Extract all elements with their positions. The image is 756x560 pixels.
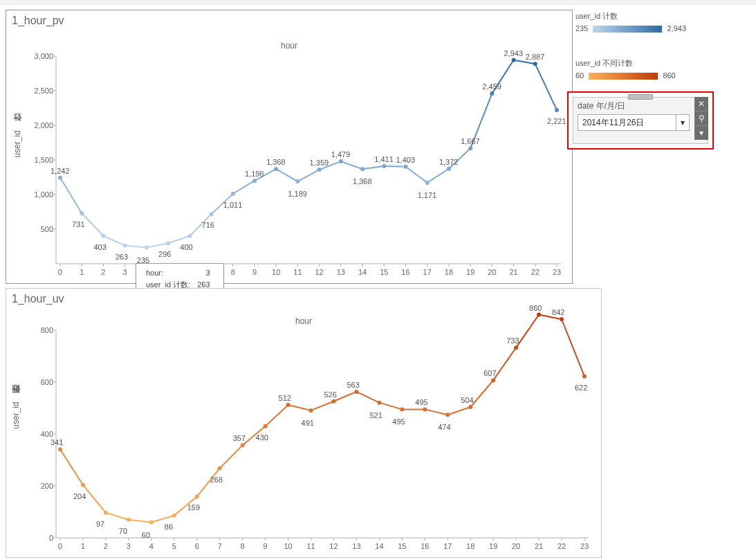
drag-handle-icon[interactable] bbox=[628, 94, 653, 100]
data-label: 622 bbox=[575, 383, 587, 392]
x-tick-label: 5 bbox=[165, 542, 183, 550]
x-tick-label: 13 bbox=[332, 268, 350, 276]
top-edge bbox=[0, 0, 756, 5]
x-tick-label: 12 bbox=[311, 268, 329, 276]
svg-point-144 bbox=[309, 408, 313, 413]
x-tick-label: 1 bbox=[74, 542, 92, 550]
legend-blue-gradient bbox=[593, 26, 662, 33]
x-tick-label: 2 bbox=[94, 268, 112, 276]
svg-line-46 bbox=[362, 166, 384, 169]
x-tick-label: 19 bbox=[484, 542, 502, 550]
data-label: 512 bbox=[279, 394, 291, 402]
data-label: 1,368 bbox=[353, 177, 372, 186]
svg-line-47 bbox=[384, 166, 405, 167]
svg-point-57 bbox=[101, 234, 105, 238]
data-label: 1,368 bbox=[266, 158, 286, 166]
x-tick-label: 0 bbox=[51, 542, 69, 550]
y-axis-title-pv: user_id 计数 bbox=[12, 128, 24, 158]
svg-point-72 bbox=[425, 181, 430, 185]
data-label: 1,667 bbox=[461, 137, 480, 145]
svg-line-130 bbox=[516, 315, 539, 348]
date-filter-panel: date 年/月/日 2014年11月26日 ▾ ✕ ⚲ ▾ bbox=[567, 91, 714, 150]
svg-point-145 bbox=[331, 399, 335, 404]
x-tick-label: 16 bbox=[396, 268, 414, 276]
svg-point-56 bbox=[80, 211, 84, 215]
svg-point-153 bbox=[514, 345, 518, 350]
svg-point-138 bbox=[172, 514, 176, 518]
svg-point-77 bbox=[533, 62, 537, 66]
caret-down-icon[interactable]: ▾ bbox=[694, 126, 708, 140]
data-label: 357 bbox=[233, 434, 246, 442]
data-label: 70 bbox=[119, 527, 127, 535]
data-label: 341 bbox=[50, 438, 63, 446]
data-label: 526 bbox=[324, 390, 336, 399]
svg-point-146 bbox=[354, 390, 358, 394]
svg-line-113 bbox=[129, 520, 151, 523]
svg-line-119 bbox=[266, 405, 288, 426]
data-label: 2,459 bbox=[482, 82, 501, 91]
x-tick-label: 9 bbox=[246, 268, 264, 276]
svg-point-133 bbox=[58, 447, 62, 451]
data-label: 1,372 bbox=[439, 158, 459, 166]
x-tick-label: 15 bbox=[393, 542, 411, 550]
x-tick-label: 22 bbox=[553, 542, 571, 550]
svg-point-76 bbox=[512, 58, 516, 62]
x-tick-label: 13 bbox=[347, 542, 365, 550]
x-tick-label: 21 bbox=[505, 268, 523, 276]
svg-point-136 bbox=[127, 518, 131, 522]
legend-blue-min: 235 bbox=[575, 24, 588, 33]
svg-line-35 bbox=[125, 246, 147, 248]
y-tick-label: 1,500 bbox=[30, 156, 53, 164]
svg-line-34 bbox=[103, 236, 125, 246]
x-tick-label: 21 bbox=[530, 542, 548, 550]
data-label: 842 bbox=[552, 308, 564, 316]
y-tick-label: 0 bbox=[30, 534, 53, 542]
tooltip-hour-label: hour: bbox=[143, 268, 193, 278]
svg-point-66 bbox=[295, 179, 299, 183]
data-label: 495 bbox=[392, 417, 405, 426]
svg-point-148 bbox=[400, 407, 404, 411]
y-tick-label: 2,000 bbox=[30, 121, 53, 129]
x-tick-label: 15 bbox=[375, 268, 393, 276]
svg-point-137 bbox=[149, 521, 154, 525]
plot-area-uv[interactable]: 0200400600800012345678910111213141516171… bbox=[56, 330, 589, 538]
data-label: 430 bbox=[256, 433, 268, 442]
data-label: 1,171 bbox=[418, 191, 437, 199]
x-tick-label: 18 bbox=[461, 542, 479, 550]
data-label: 1,189 bbox=[288, 190, 307, 198]
y-tick-label: 800 bbox=[30, 326, 53, 334]
svg-line-126 bbox=[425, 409, 448, 415]
data-label: 400 bbox=[180, 243, 192, 251]
svg-point-78 bbox=[555, 108, 559, 112]
svg-point-69 bbox=[360, 167, 365, 171]
pin-icon[interactable]: ⚲ bbox=[694, 111, 708, 126]
x-tick-label: 8 bbox=[234, 542, 252, 550]
x-tick-label: 12 bbox=[324, 542, 342, 550]
svg-point-65 bbox=[274, 167, 278, 171]
svg-point-64 bbox=[252, 179, 257, 183]
svg-point-150 bbox=[445, 413, 450, 417]
x-tick-label: 10 bbox=[279, 542, 297, 550]
svg-point-139 bbox=[195, 494, 199, 498]
plot-area-pv[interactable]: 5001,0001,5002,0002,5003,000012345678910… bbox=[56, 56, 561, 264]
x-tick-label: 18 bbox=[440, 268, 458, 276]
date-filter-dropdown[interactable]: 2014年11月26日 ▾ bbox=[578, 114, 690, 131]
data-label: 268 bbox=[210, 476, 223, 484]
svg-point-147 bbox=[377, 401, 381, 405]
svg-point-67 bbox=[317, 168, 322, 172]
svg-line-132 bbox=[562, 319, 584, 377]
legend-orange-max: 860 bbox=[663, 71, 675, 80]
data-label: 1,198 bbox=[245, 170, 264, 178]
x-tick-label: 17 bbox=[439, 542, 457, 550]
data-label: 1,411 bbox=[374, 155, 394, 163]
svg-line-48 bbox=[405, 167, 427, 183]
chart-card-pv: 1_hour_pv hour user_id 计数 5001,0001,5002… bbox=[6, 10, 573, 284]
svg-point-142 bbox=[264, 424, 268, 428]
close-icon[interactable]: ✕ bbox=[694, 97, 708, 111]
data-label: 474 bbox=[438, 423, 450, 431]
svg-point-156 bbox=[582, 374, 587, 379]
data-label: 1,479 bbox=[331, 150, 351, 159]
x-tick-label: 3 bbox=[120, 542, 138, 550]
chevron-down-icon[interactable]: ▾ bbox=[676, 115, 689, 130]
data-label: 60 bbox=[142, 531, 150, 539]
